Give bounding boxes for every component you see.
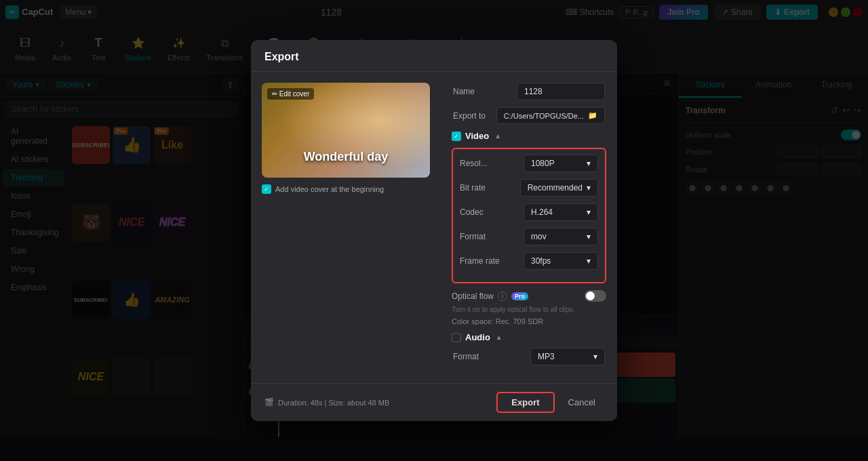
dropdown-icon-audio-format: ▾ xyxy=(593,352,597,361)
footer-actions: Export Cancel xyxy=(496,392,604,413)
resolution-row: Resol... 1080P ▾ xyxy=(458,155,599,172)
optical-flow-label: Optical flow xyxy=(452,292,494,301)
optical-desc: Turn it on to apply optical flow to all … xyxy=(452,306,606,313)
export-modal-overlay: Export ✏ Edit cover Wonderful day ✓ Add … xyxy=(0,0,868,461)
audio-format-row: Format MP3 ▾ xyxy=(452,348,606,365)
duration-info: Duration: 48s | Size: about 48 MB xyxy=(278,399,389,407)
video-checkbox[interactable]: ✓ xyxy=(452,132,461,141)
audio-checkbox[interactable] xyxy=(452,333,461,342)
audio-format-label: Format xyxy=(453,352,479,361)
framerate-label: Frame rate xyxy=(460,256,500,266)
format-label: Format xyxy=(460,232,486,241)
export-to-row: Export to C:/Users/TOPGUS/De... 📁 xyxy=(452,107,606,124)
dropdown-icon-format: ▾ xyxy=(587,232,591,241)
footer-info: 🎬 Duration: 48s | Size: about 48 MB xyxy=(264,398,389,407)
audio-header: Audio ▲ xyxy=(452,332,606,342)
codec-select[interactable]: H.264 ▾ xyxy=(524,203,598,221)
bitrate-row: Bit rate Recommended ▾ xyxy=(458,179,599,197)
highlighted-settings: Resol... 1080P ▾ Bit rate Recommended ▾ xyxy=(452,148,606,283)
add-cover-label: Add video cover at the beginning xyxy=(275,185,384,193)
video-section-header: ✓ Video ▲ xyxy=(452,131,606,141)
export-to-path[interactable]: C:/Users/TOPGUS/De... 📁 xyxy=(496,107,605,124)
modal-preview: ✏ Edit cover Wonderful day ✓ Add video c… xyxy=(251,72,441,383)
name-input[interactable]: 1128 xyxy=(517,83,605,100)
video-section-title: Video xyxy=(465,131,489,141)
preview-text: Wonderful day xyxy=(304,150,389,164)
dropdown-icon-bitrate: ▾ xyxy=(587,183,591,193)
format-select[interactable]: mov ▾ xyxy=(524,228,598,245)
format-row: Format mov ▾ xyxy=(458,228,599,245)
export-modal: Export ✏ Edit cover Wonderful day ✓ Add … xyxy=(251,40,617,421)
folder-icon: 📁 xyxy=(588,111,597,120)
optical-info-icon: i xyxy=(498,292,507,301)
codec-row: Codec H.264 ▾ xyxy=(458,203,599,221)
modal-footer: 🎬 Duration: 48s | Size: about 48 MB Expo… xyxy=(251,383,617,421)
bitrate-select[interactable]: Recommended ▾ xyxy=(520,179,598,197)
name-label: Name xyxy=(453,87,475,96)
modal-settings: Name 1128 Export to C:/Users/TOPGUS/De..… xyxy=(441,72,617,383)
modal-header: Export xyxy=(251,40,617,72)
modal-title: Export xyxy=(264,51,299,62)
cancel-button[interactable]: Cancel xyxy=(560,392,604,413)
optical-flow-row: Optical flow i Pro xyxy=(452,290,606,302)
modal-body: ✏ Edit cover Wonderful day ✓ Add video c… xyxy=(251,72,617,383)
optical-left: Optical flow i Pro xyxy=(452,292,528,301)
bitrate-label: Bit rate xyxy=(460,183,486,193)
codec-label: Codec xyxy=(460,207,484,217)
audio-format-select[interactable]: MP3 ▾ xyxy=(530,348,605,365)
optical-flow-toggle[interactable] xyxy=(585,290,606,302)
color-space: Color space: Rec. 709 SDR xyxy=(452,317,606,325)
framerate-select[interactable]: 30fps ▾ xyxy=(524,252,598,270)
audio-collapse-icon[interactable]: ▲ xyxy=(496,334,502,341)
export-button[interactable]: Export xyxy=(496,392,554,413)
film-icon: 🎬 xyxy=(264,398,274,407)
edit-cover-btn[interactable]: ✏ Edit cover xyxy=(267,88,314,100)
add-cover-row: ✓ Add video cover at the beginning xyxy=(262,184,430,194)
preview-image: ✏ Edit cover Wonderful day xyxy=(262,83,430,178)
resolution-label: Resol... xyxy=(460,159,488,168)
audio-section-title: Audio xyxy=(465,332,490,342)
resolution-select[interactable]: 1080P ▾ xyxy=(524,155,598,172)
pro-pill: Pro xyxy=(511,292,528,300)
video-collapse-icon[interactable]: ▲ xyxy=(494,132,501,140)
export-to-label: Export to xyxy=(453,111,486,121)
dropdown-icon-codec: ▾ xyxy=(587,207,591,217)
add-cover-checkbox[interactable]: ✓ xyxy=(262,184,271,194)
name-row: Name 1128 xyxy=(452,83,606,100)
audio-section: Audio ▲ Format MP3 ▾ xyxy=(452,332,606,365)
framerate-row: Frame rate 30fps ▾ xyxy=(458,252,599,270)
dropdown-icon-resolution: ▾ xyxy=(587,159,591,168)
dropdown-icon-framerate: ▾ xyxy=(587,256,591,266)
